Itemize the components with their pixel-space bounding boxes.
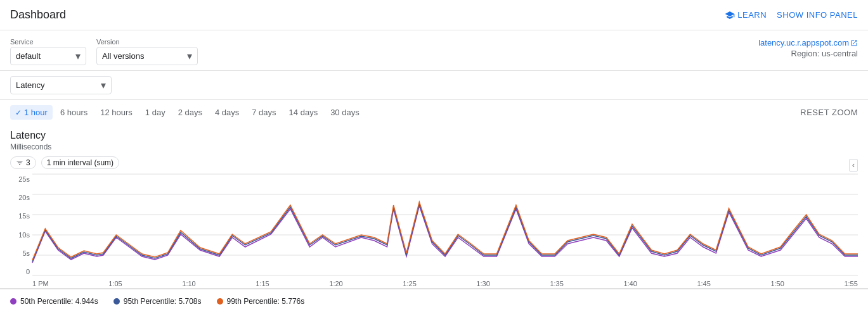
line-99th (32, 202, 858, 260)
x-label-155: 1:55 (844, 280, 857, 287)
time-options: ✓ 1 hour 6 hours 12 hours 1 day 2 days 4… (10, 105, 365, 120)
x-label-105: 1:05 (108, 280, 122, 287)
legend-row: 50th Percentile: 4.944s 95th Percentile:… (0, 289, 868, 313)
y-label-5: 5s (22, 249, 30, 257)
header-actions: LEARN SHOW INFO PANEL (725, 10, 858, 20)
chart-filters: 3 1 min interval (sum) ‹ (10, 156, 858, 169)
time-30days-button[interactable]: 30 days (325, 105, 365, 120)
time-7days-button[interactable]: 7 days (247, 105, 281, 120)
metric-dropdown-icon: ▾ (101, 79, 106, 91)
region-link[interactable]: latency.uc.r.appspot.com (758, 38, 858, 47)
y-label-20: 20s (18, 194, 30, 201)
interval-badge: 1 min interval (sum) (41, 156, 119, 169)
version-group: Version All versions ▾ (96, 38, 198, 65)
legend-dot-95th (113, 298, 120, 305)
service-select[interactable]: default (16, 51, 73, 61)
time-6hours-button[interactable]: 6 hours (55, 105, 93, 120)
filter-icon (16, 159, 23, 167)
region-info: latency.uc.r.appspot.com Region: us-cent… (758, 38, 858, 58)
chart-plot-area: 1 PM 1:05 1:10 1:15 1:20 1:25 1:30 1:35 … (32, 174, 858, 288)
time-12hours-button[interactable]: 12 hours (95, 105, 138, 120)
line-95th (32, 204, 858, 261)
time-1day-button[interactable]: 1 day (140, 105, 171, 120)
legend-50th: 50th Percentile: 4.944s (10, 297, 98, 306)
y-label-15: 15s (18, 212, 30, 220)
chart-svg (32, 174, 858, 275)
service-select-wrapper[interactable]: default ▾ (10, 47, 86, 65)
filter-badge[interactable]: 3 (10, 156, 36, 169)
page-title: Dashboard (10, 8, 66, 22)
x-label-145: 1:45 (697, 280, 710, 287)
x-label-130: 1:30 (476, 280, 489, 287)
service-group: Service default ▾ (10, 38, 86, 65)
x-label-150: 1:50 (770, 280, 784, 287)
chart-subtitle: Milliseconds (10, 142, 858, 151)
header: Dashboard LEARN SHOW INFO PANEL (0, 0, 868, 30)
legend-dot-99th (217, 298, 223, 305)
y-label-0: 0 (26, 268, 30, 275)
x-label-135: 1:35 (550, 280, 563, 287)
legend-dot-50th (10, 298, 16, 305)
metric-select[interactable]: Latency (16, 80, 98, 90)
reset-zoom-button[interactable]: RESET ZOOM (800, 108, 858, 117)
x-label-1pm: 1 PM (32, 280, 49, 287)
y-label-25: 25s (18, 175, 30, 183)
legend-99th: 99th Percentile: 5.776s (217, 297, 305, 306)
metric-select-wrapper[interactable]: Latency ▾ (10, 76, 112, 94)
legend-label-50th: 50th Percentile: 4.944s (20, 297, 98, 306)
collapse-chart-button[interactable]: ‹ (849, 159, 858, 172)
time-row: ✓ 1 hour 6 hours 12 hours 1 day 2 days 4… (0, 100, 868, 125)
version-select[interactable]: All versions (102, 51, 185, 61)
controls-row: Service default ▾ Version All versions ▾… (0, 30, 868, 71)
version-select-wrapper[interactable]: All versions ▾ (96, 47, 198, 65)
x-label-110: 1:10 (182, 280, 195, 287)
chart-section: Latency Milliseconds 3 1 min interval (s… (0, 125, 868, 289)
y-label-10: 10s (18, 231, 30, 239)
chart-wrapper: 25s 20s 15s 10s 5s 0 (10, 174, 858, 288)
service-dropdown-icon: ▾ (75, 50, 81, 62)
x-label-120: 1:20 (329, 280, 342, 287)
legend-label-95th: 95th Percentile: 5.708s (124, 297, 202, 306)
x-label-140: 1:40 (623, 280, 637, 287)
metric-row: Latency ▾ (0, 71, 868, 100)
check-icon: ✓ (15, 108, 22, 117)
chart-title: Latency (10, 130, 858, 141)
time-4days-button[interactable]: 4 days (210, 105, 244, 120)
controls-left: Service default ▾ Version All versions ▾ (10, 38, 198, 65)
y-axis: 25s 20s 15s 10s 5s 0 (10, 174, 32, 275)
time-2days-button[interactable]: 2 days (173, 105, 207, 120)
version-label: Version (96, 38, 198, 46)
graduation-icon (725, 10, 735, 20)
time-14days-button[interactable]: 14 days (284, 105, 323, 120)
external-link-icon (850, 39, 858, 47)
version-dropdown-icon: ▾ (187, 50, 192, 62)
show-info-panel-button[interactable]: SHOW INFO PANEL (777, 10, 858, 20)
x-label-125: 1:25 (403, 280, 416, 287)
time-1hour-button[interactable]: ✓ 1 hour (10, 105, 53, 120)
filter-count: 3 (26, 158, 30, 167)
learn-button[interactable]: LEARN (725, 10, 767, 20)
x-axis: 1 PM 1:05 1:10 1:15 1:20 1:25 1:30 1:35 … (32, 277, 858, 287)
x-label-115: 1:15 (256, 280, 269, 287)
legend-95th: 95th Percentile: 5.708s (113, 297, 202, 306)
legend-label-99th: 99th Percentile: 5.776s (227, 297, 305, 306)
service-label: Service (10, 38, 86, 46)
region-text: Region: us-central (758, 49, 858, 58)
